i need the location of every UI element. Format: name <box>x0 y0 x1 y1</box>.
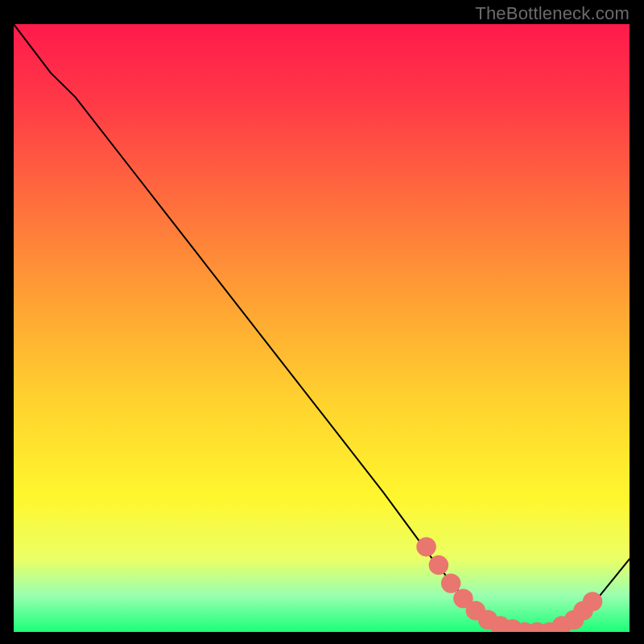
marker-point <box>431 559 445 572</box>
watermark-text: TheBottleneck.com <box>475 3 630 24</box>
marker-point <box>444 576 458 590</box>
marker-point <box>419 540 433 554</box>
chart-svg <box>14 24 630 632</box>
chart-frame: TheBottleneck.com <box>0 0 644 644</box>
marker-point <box>586 595 600 609</box>
plot-background <box>14 24 630 632</box>
marker-point <box>456 592 470 605</box>
